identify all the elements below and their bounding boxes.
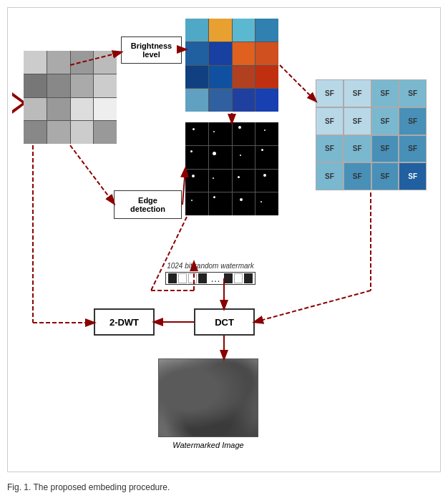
input-cell — [94, 74, 117, 97]
sf-cell: SF — [316, 108, 343, 135]
input-cell — [47, 51, 70, 74]
sf-cell: SF — [316, 163, 343, 190]
sf-cell: SF — [316, 80, 343, 107]
input-cell — [71, 74, 94, 97]
heat-cell — [209, 89, 232, 112]
dwt-box: 2-DWT — [94, 308, 155, 336]
edge-grid — [185, 122, 278, 215]
heat-cell — [233, 66, 255, 89]
sf-cell: SF — [372, 80, 399, 107]
svg-line-6 — [70, 145, 114, 203]
wm-segment — [178, 273, 187, 283]
svg-line-9 — [255, 290, 371, 322]
dct-box: DCT — [194, 308, 255, 336]
watermark-bar-container: 1024 bit random watermark … — [165, 262, 255, 285]
input-arrow-inner — [12, 96, 22, 110]
watermark-bar: … — [165, 272, 255, 285]
input-image-grid — [24, 51, 117, 144]
wm-ellipsis: … — [208, 273, 223, 283]
heat-cell — [209, 66, 232, 89]
edge-cell — [233, 146, 255, 169]
input-cell — [71, 121, 94, 144]
edge-cell — [233, 192, 255, 215]
input-cell — [47, 74, 70, 97]
sf-cell: SF — [344, 136, 371, 162]
wm-segment — [234, 273, 243, 283]
input-cell — [94, 51, 117, 74]
sf-cell: SF — [399, 136, 426, 162]
sf-cell: SF — [344, 108, 371, 135]
heat-cell — [185, 66, 208, 89]
edge-cell — [233, 170, 255, 192]
edge-cell — [255, 192, 278, 215]
diagram-area: Brightnesslevel Edgedetection — [7, 7, 441, 472]
watermark-label: 1024 bit random watermark — [167, 262, 254, 270]
input-cell — [94, 98, 117, 121]
edge-cell — [255, 170, 278, 192]
wm-segment — [198, 273, 207, 283]
input-cell — [47, 98, 70, 121]
heat-cell — [209, 42, 232, 65]
input-cell — [71, 51, 94, 74]
svg-line-4 — [280, 65, 316, 101]
input-cell — [24, 51, 47, 74]
input-cell — [71, 98, 94, 121]
brightness-label: Brightnesslevel — [131, 42, 172, 59]
input-cell — [24, 121, 47, 144]
input-cell — [24, 98, 47, 121]
heat-cell — [233, 42, 255, 65]
input-cell — [47, 121, 70, 144]
heat-cell — [255, 89, 278, 112]
heat-cell — [185, 89, 208, 112]
sf-cell: SF — [344, 163, 371, 190]
heat-cell — [185, 42, 208, 65]
heat-cell — [255, 19, 278, 42]
heat-cell — [209, 19, 232, 42]
sf-cell: SF — [399, 108, 426, 135]
watermarked-image-visual — [159, 359, 258, 436]
wm-segment — [188, 273, 197, 283]
sf-cell: SF — [372, 163, 399, 190]
watermarked-image — [158, 358, 258, 437]
brightness-box: Brightnesslevel — [121, 36, 182, 64]
wm-segment — [224, 273, 233, 283]
sf-cell: SF — [399, 80, 426, 107]
edge-cell — [185, 192, 208, 215]
edge-label: Edgedetection — [130, 196, 165, 213]
edge-cell — [209, 146, 232, 169]
wm-segment — [244, 273, 253, 283]
watermarked-image-label: Watermarked Image — [158, 441, 258, 449]
edge-detection-box: Edgedetection — [114, 190, 182, 219]
heat-cell — [255, 66, 278, 89]
sf-cell: SF — [372, 136, 399, 162]
dwt-label: 2-DWT — [109, 317, 139, 328]
edge-cell — [209, 122, 232, 145]
dct-label: DCT — [215, 317, 234, 328]
edge-cell — [185, 122, 208, 145]
edge-cell — [185, 170, 208, 192]
edge-cell — [233, 122, 255, 145]
heat-cell — [233, 19, 255, 42]
edge-cell — [185, 146, 208, 169]
figure-caption: Fig. 1. The proposed embeding procedure. — [7, 482, 170, 492]
input-cell — [24, 74, 47, 97]
heat-cell — [185, 19, 208, 42]
heat-cell — [233, 89, 255, 112]
edge-cell — [255, 146, 278, 169]
sf-cell: SF — [316, 136, 343, 162]
sf-cell: SF — [399, 163, 426, 190]
wm-segment — [168, 273, 177, 283]
page-container: Brightnesslevel Edgedetection — [0, 0, 448, 498]
sf-cell: SF — [372, 108, 399, 135]
edge-cell — [209, 170, 232, 192]
edge-cell — [209, 192, 232, 215]
input-cell — [94, 121, 117, 144]
heat-grid — [185, 19, 278, 112]
sf-cell: SF — [344, 80, 371, 107]
edge-cell — [255, 122, 278, 145]
sf-grid: SF SF SF SF SF SF SF SF SF SF SF SF SF S… — [316, 79, 427, 190]
heat-cell — [255, 42, 278, 65]
